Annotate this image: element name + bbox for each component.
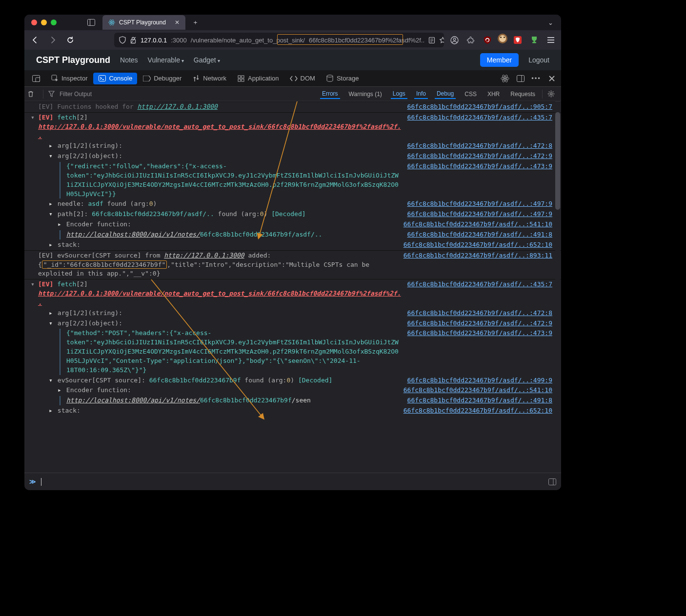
twisty-icon[interactable]: ▸ (58, 386, 62, 395)
devtools-meatball-icon[interactable]: ••• (530, 72, 543, 85)
devtools-inspector-tab[interactable]: Inspector (46, 73, 92, 84)
back-button[interactable] (28, 33, 42, 47)
member-button[interactable]: Member (480, 53, 519, 67)
source-link[interactable]: 66fc8c8b1bcf0dd223467b9f/asdf/..:499:9 (407, 376, 552, 385)
url-path-prefix: /vulnerable/note_auto_get_to_post_sink/ (191, 37, 305, 44)
source-link[interactable]: 66fc8c8b1bcf0dd223467b9f/asdf/..:497:9 (407, 199, 552, 209)
source-link[interactable]: 66fc8c8b1bcf0dd223467b9f/asdf/..:652:10 (404, 406, 552, 416)
tab-close-icon[interactable]: ✕ (175, 19, 180, 26)
source-link[interactable]: 66fc8c8b1bcf0dd223467b9f/asdf/..:491:8 (407, 396, 552, 405)
ext-monkey-icon[interactable] (498, 34, 507, 43)
reader-mode-icon[interactable] (428, 37, 435, 44)
source-link[interactable]: 66fc8c8b1bcf0dd223467b9f/asdf/..:497:9 (407, 210, 552, 219)
chip-errors[interactable]: Errors (320, 89, 340, 99)
devtools-network-tab[interactable]: Network (187, 73, 231, 84)
source-link[interactable]: 66fc8c8b1bcf0dd223467b9f/asdf/..:435:7 (407, 280, 552, 308)
twisty-icon[interactable]: ▸ (49, 141, 54, 151)
filter-funnel-icon[interactable] (48, 91, 55, 97)
source-link[interactable]: 66fc8c8b1bcf0dd223467b9f/asdf/..:541:10 (404, 386, 552, 395)
link[interactable]: http://localhost:8000/api/v1/notes/ (66, 231, 200, 238)
twisty-icon[interactable]: ▾ (49, 152, 54, 161)
filter-input[interactable]: Filter Output (60, 91, 147, 98)
devtools-dock-icon[interactable] (514, 72, 527, 85)
devtools-close-icon[interactable] (545, 72, 558, 85)
zoom-window-button[interactable] (51, 20, 57, 25)
source-link[interactable]: 66fc8c8b1bcf0dd223467b9f/asdf/..:472:8 (407, 309, 552, 318)
chip-info[interactable]: Info (414, 89, 428, 99)
sidebar-icon[interactable] (86, 17, 97, 28)
ext-red-icon[interactable] (511, 34, 524, 46)
console-settings-icon[interactable] (547, 90, 558, 98)
devtools-iframe-picker[interactable] (27, 73, 45, 84)
link[interactable]: http://127.0.0.1:3000/vulnerable/note_au… (38, 290, 401, 306)
split-console-icon[interactable] (548, 478, 556, 485)
bookmark-star-icon[interactable] (439, 37, 444, 44)
source-link[interactable]: 66fc8c8b1bcf0dd223467b9f/asdf/..:905:7 (407, 102, 552, 112)
scrollbar[interactable] (555, 101, 560, 473)
twisty-icon[interactable]: ▾ (49, 210, 54, 219)
twisty-icon[interactable]: ▾ (49, 376, 54, 385)
devtools-dom-tab[interactable]: DOM (285, 73, 320, 84)
twisty-icon[interactable]: ▸ (49, 199, 54, 209)
twisty-icon[interactable]: ▸ (49, 240, 54, 250)
devtools-application-tab[interactable]: Application (232, 73, 284, 84)
shield-icon[interactable] (119, 36, 126, 44)
source-link[interactable]: 66fc8c8b1bcf0dd223467b9f/asdf/..:491:8 (407, 230, 552, 239)
devtools-react-icon[interactable] (499, 72, 511, 85)
ext-trophy-icon[interactable] (528, 34, 541, 46)
twisty-icon[interactable]: ▾ (30, 113, 35, 122)
input-caret (41, 478, 41, 486)
chip-debug[interactable]: Debug (435, 89, 456, 99)
logout-link[interactable]: Logout (528, 56, 549, 64)
devtools-storage-tab[interactable]: Storage (321, 73, 364, 84)
twisty-icon[interactable]: ▸ (58, 220, 62, 229)
source-link[interactable]: 66fc8c8b1bcf0dd223467b9f/asdf/..:652:10 (404, 240, 552, 250)
source-link[interactable]: 66fc8c8b1bcf0dd223467b9f/asdf/..:473:9 (407, 162, 552, 199)
account-icon[interactable] (448, 34, 461, 46)
lock-icon[interactable] (130, 37, 137, 44)
app-menu-icon[interactable] (545, 34, 557, 46)
minimize-window-button[interactable] (41, 20, 47, 25)
twisty-icon[interactable]: ▸ (49, 309, 54, 318)
address-bar[interactable]: 127.0.0.1:3000/vulnerable/note_auto_get_… (114, 33, 444, 47)
source-link[interactable]: 66fc8c8b1bcf0dd223467b9f/asdf/..:541:10 (404, 220, 552, 229)
page-brand[interactable]: CSPT Playground (36, 55, 110, 65)
link[interactable]: http://localhost:8000/api/v1/notes/ (66, 397, 200, 404)
reload-button[interactable] (63, 33, 77, 47)
scrollbar-thumb[interactable] (555, 112, 560, 210)
console-input-row[interactable]: ≫ (24, 473, 561, 490)
chip-warnings[interactable]: Warnings (1) (347, 90, 384, 99)
console-row: ▸ stack: 66fc8c8b1bcf0dd223467b9f/asdf/.… (24, 240, 561, 250)
link[interactable]: http://127.0.0.1:3000/vulnerable/note_au… (38, 123, 401, 139)
nav-gadget[interactable]: Gadget (194, 56, 220, 64)
new-tab-button[interactable]: ＋ (189, 18, 201, 27)
source-link[interactable]: 66fc8c8b1bcf0dd223467b9f/asdf/..:472:9 (407, 152, 552, 161)
devtools-debugger-tab[interactable]: Debugger (138, 73, 186, 84)
chip-xhr[interactable]: XHR (485, 90, 502, 99)
nav-notes[interactable]: Notes (120, 56, 138, 64)
twisty-icon[interactable]: ▸ (49, 406, 54, 416)
list-all-tabs-button[interactable]: ⌄ (545, 19, 556, 26)
browser-tab[interactable]: CSPT Playground ✕ (102, 15, 185, 30)
source-link[interactable]: 66fc8c8b1bcf0dd223467b9f/asdf/..:472:9 (407, 319, 552, 328)
close-window-button[interactable] (31, 20, 37, 25)
twisty-icon[interactable]: ▾ (30, 280, 35, 289)
source-link[interactable]: 66fc8c8b1bcf0dd223467b9f/asdf/..:473:9 (407, 329, 552, 375)
chip-logs[interactable]: Logs (391, 89, 407, 99)
twisty-icon[interactable]: ▾ (49, 319, 54, 328)
source-link[interactable]: 66fc8c8b1bcf0dd223467b9f/asdf/..:472:8 (407, 141, 552, 151)
chip-requests[interactable]: Requests (508, 90, 537, 99)
devtools-console-tab[interactable]: Console (93, 73, 137, 84)
nav-vulnerable[interactable]: Vulnerable (148, 56, 184, 64)
object-dump: {"redirect":"follow","headers":{"x-acces… (66, 162, 399, 198)
ext-ublock-icon[interactable] (481, 34, 494, 46)
extensions-icon[interactable] (464, 34, 477, 46)
forward-button[interactable] (46, 33, 60, 47)
clear-console-icon[interactable] (27, 90, 38, 98)
source-link[interactable]: 66fc8c8b1bcf0dd223467b9f/asdf/..:435:7 (407, 113, 552, 141)
id-highlight: "_id":"66fc8c8b1bcf0dd223467b9f" (42, 260, 167, 269)
link[interactable]: http://127.0.0.1:3000 (164, 252, 244, 259)
chip-css[interactable]: CSS (463, 90, 479, 99)
link[interactable]: http://127.0.0.1:3000 (138, 103, 218, 110)
source-link[interactable]: 66fc8c8b1bcf0dd223467b9f/asdf/..:893:11 (404, 251, 552, 279)
